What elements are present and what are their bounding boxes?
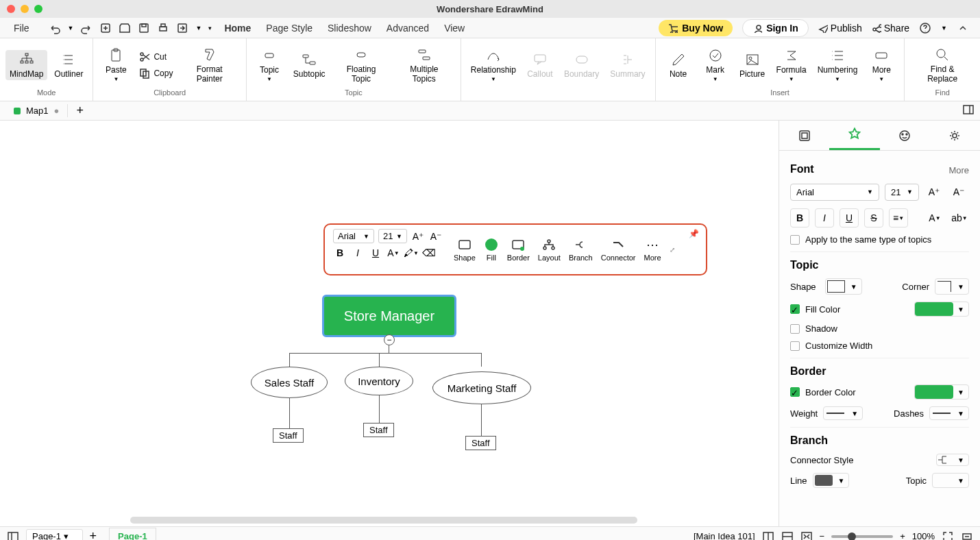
sp-font-size[interactable]: 21▼ xyxy=(885,184,919,201)
border-color-picker[interactable]: ▼ xyxy=(914,384,969,400)
child-topic-inventory[interactable]: Inventory xyxy=(345,367,413,395)
subtopic-button[interactable]: Subtopic xyxy=(289,50,329,80)
mark-button[interactable]: Mark▼ xyxy=(698,46,733,84)
help-icon[interactable] xyxy=(919,22,931,34)
add-tab-button[interactable]: + xyxy=(71,103,89,118)
apply-same-checkbox[interactable] xyxy=(790,235,800,245)
publish-button[interactable]: Publish xyxy=(818,23,862,34)
sp-underline[interactable]: U xyxy=(840,208,859,228)
more-tool[interactable]: ⋯More xyxy=(644,237,661,262)
numbering-button[interactable]: Numbering▼ xyxy=(813,46,862,84)
sp-align[interactable]: ≡▼ xyxy=(889,208,908,228)
fit-page-icon[interactable] xyxy=(800,530,813,541)
shape-select[interactable]: ▼ xyxy=(825,278,862,295)
font-family-select[interactable]: Arial▼ xyxy=(333,229,374,243)
relationship-button[interactable]: Relationship ▼ xyxy=(467,46,520,84)
shape-tool[interactable]: Shape xyxy=(454,237,476,262)
branch-tool[interactable]: Branch xyxy=(569,237,593,262)
mindmap-mode-button[interactable]: MindMap xyxy=(5,50,47,80)
sp-increase-font[interactable]: A⁺ xyxy=(924,182,944,201)
bold-button[interactable]: B xyxy=(333,246,347,260)
fill-color-checkbox[interactable]: ✓ xyxy=(790,304,800,314)
menu-slideshow[interactable]: Slideshow xyxy=(325,21,374,35)
menu-view[interactable]: View xyxy=(441,21,467,35)
border-tool[interactable]: Border xyxy=(507,237,530,262)
export-dropdown[interactable]: ▼ xyxy=(195,25,201,32)
zoom-slider[interactable] xyxy=(831,535,893,538)
fill-tool[interactable]: Fill xyxy=(484,237,499,262)
collapse-panel-icon[interactable] xyxy=(961,530,973,541)
find-replace-button[interactable]: Find & Replace xyxy=(910,45,975,85)
callout-button[interactable]: Callout xyxy=(523,50,557,80)
paste-button[interactable]: Paste ▼ xyxy=(99,46,133,84)
connector-tool[interactable]: Connector xyxy=(601,237,636,262)
leaf-topic[interactable]: Staff xyxy=(273,428,304,443)
page-panel-icon[interactable] xyxy=(7,530,19,541)
print-icon[interactable] xyxy=(157,22,169,34)
floating-topic-button[interactable]: Floating Topic xyxy=(332,45,390,85)
fill-color-picker[interactable]: ▼ xyxy=(914,302,969,317)
boundary-button[interactable]: Boundary xyxy=(560,50,603,80)
dashes-select[interactable]: ▼ xyxy=(929,406,969,420)
shadow-checkbox[interactable] xyxy=(790,324,800,334)
layout-tool[interactable]: Layout xyxy=(538,237,561,262)
font-color-button[interactable]: A▼ xyxy=(387,246,400,260)
minimize-icon[interactable] xyxy=(21,5,29,13)
topic-button[interactable]: Topic ▼ xyxy=(252,46,286,84)
panel-tab-layout[interactable] xyxy=(779,121,829,150)
sp-font-color[interactable]: A▼ xyxy=(925,208,944,228)
help-dropdown[interactable]: ▼ xyxy=(941,25,947,32)
zoom-in-button[interactable]: + xyxy=(900,531,905,540)
panel-tab-style[interactable] xyxy=(829,121,879,150)
copy-button[interactable]: Copy xyxy=(136,66,175,81)
multiple-topics-button[interactable]: Multiple Topics xyxy=(393,45,455,85)
customize-width-checkbox[interactable] xyxy=(790,341,800,351)
page-selector[interactable]: Page-1 ▾ xyxy=(26,529,83,540)
collapse-ribbon-icon[interactable] xyxy=(957,22,969,34)
increase-font-icon[interactable]: A⁺ xyxy=(411,230,425,243)
menu-home[interactable]: Home xyxy=(221,21,254,35)
new-icon[interactable] xyxy=(99,22,112,34)
sp-text-case[interactable]: ab▼ xyxy=(950,208,969,228)
buy-now-button[interactable]: Buy Now xyxy=(659,20,733,36)
menu-advanced[interactable]: Advanced xyxy=(384,21,432,35)
share-button[interactable]: Share xyxy=(872,23,909,34)
toggle-panel-icon[interactable] xyxy=(962,103,975,116)
canvas[interactable]: 📌 Arial▼ 21▼ A⁺ A⁻ B I U A▼ 🖍▼ ⌫ xyxy=(0,121,779,526)
font-more-link[interactable]: More xyxy=(948,165,969,175)
leaf-topic[interactable]: Staff xyxy=(363,423,394,437)
zoom-out-button[interactable]: − xyxy=(820,531,825,540)
view-mode-1-icon[interactable] xyxy=(762,530,774,541)
border-color-checkbox[interactable]: ✓ xyxy=(790,387,800,397)
sp-strike[interactable]: S xyxy=(864,208,883,228)
corner-select[interactable]: ▼ xyxy=(935,278,969,295)
collapse-toggle[interactable]: − xyxy=(384,334,395,345)
note-button[interactable]: Note xyxy=(661,50,696,80)
child-topic-sales[interactable]: Sales Staff xyxy=(251,367,328,398)
clear-format-button[interactable]: ⌫ xyxy=(422,246,436,260)
leaf-topic[interactable]: Staff xyxy=(465,436,496,450)
undo-icon[interactable] xyxy=(49,22,61,34)
format-painter-button[interactable]: Format Painter xyxy=(178,45,241,85)
panel-tab-settings[interactable] xyxy=(930,121,980,150)
sign-in-button[interactable]: Sign In xyxy=(742,19,809,37)
save-icon[interactable] xyxy=(138,22,150,34)
picture-button[interactable]: Picture xyxy=(735,50,770,80)
close-icon[interactable] xyxy=(7,5,15,13)
weight-select[interactable]: ▼ xyxy=(823,406,863,420)
redo-icon[interactable] xyxy=(80,22,93,34)
menu-page-style[interactable]: Page Style xyxy=(263,21,315,35)
open-icon[interactable] xyxy=(119,22,131,34)
panel-tab-icons[interactable] xyxy=(880,121,930,150)
page-tab-active[interactable]: Page-1 xyxy=(109,528,156,541)
maximize-icon[interactable] xyxy=(34,5,42,13)
cut-button[interactable]: Cut xyxy=(136,49,175,64)
expand-toolbar-icon[interactable]: ⤢ xyxy=(670,246,675,254)
pin-icon[interactable]: 📌 xyxy=(689,229,699,238)
add-page-button[interactable]: + xyxy=(90,529,97,540)
connector-style-select[interactable]: ▼ xyxy=(936,454,969,466)
font-size-select[interactable]: 21▼ xyxy=(378,229,407,243)
outliner-mode-button[interactable]: Outliner xyxy=(50,50,87,80)
line-color-select[interactable]: ▼ xyxy=(813,473,850,488)
qat-customize[interactable]: ▾ xyxy=(208,25,212,32)
